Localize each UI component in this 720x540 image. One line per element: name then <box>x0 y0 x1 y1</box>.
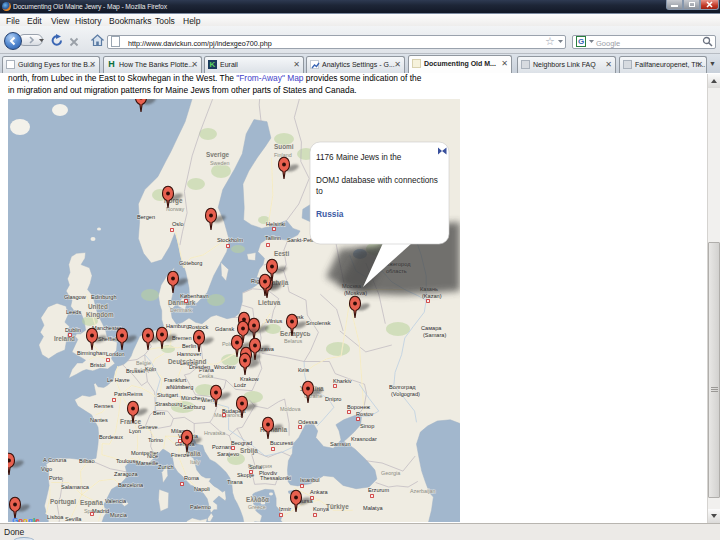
svg-text:Smolensk: Smolensk <box>306 320 331 326</box>
svg-text:Salamanca: Salamanca <box>61 484 90 490</box>
svg-text:Dublin: Dublin <box>65 327 81 333</box>
svg-text:Zurich: Zurich <box>158 464 174 470</box>
svg-text:Vilnius: Vilnius <box>266 318 283 324</box>
svg-text:Poznan: Poznan <box>212 444 231 450</box>
svg-text:Torino: Torino <box>148 437 163 443</box>
svg-text:Le Havre: Le Havre <box>107 377 130 383</box>
svg-text:Tirana: Tirana <box>227 479 244 485</box>
svg-text:Lisboa: Lisboa <box>47 514 64 520</box>
svg-text:A Coruna: A Coruna <box>43 457 67 463</box>
svg-text:Sevilla: Sevilla <box>65 516 82 522</box>
svg-text:Salzburg: Salzburg <box>183 404 205 410</box>
svg-text:Strasbourg: Strasbourg <box>155 401 182 407</box>
svg-text:Palermo: Palermo <box>190 504 211 510</box>
svg-text:Hrvatska: Hrvatska <box>204 430 225 436</box>
svg-text:Ceska: Ceska <box>198 373 213 379</box>
svg-text:Madrid: Madrid <box>92 508 109 514</box>
svg-text:Göteborg: Göteborg <box>179 260 202 266</box>
svg-text:Denmark: Denmark <box>170 307 192 313</box>
svg-text:(Volgograd): (Volgograd) <box>391 391 420 397</box>
svg-text:Berlin: Berlin <box>182 343 196 349</box>
svg-text:Marseille: Marseille <box>136 460 158 466</box>
svg-text:Rostov: Rostov <box>356 411 374 417</box>
svg-text:1176 Maine Jews in the: 1176 Maine Jews in the <box>316 153 402 162</box>
svg-text:Rennes: Rennes <box>94 403 113 409</box>
svg-text:Odessa: Odessa <box>298 419 318 425</box>
svg-text:Danmark: Danmark <box>168 299 196 306</box>
svg-text:Beograd: Beograd <box>231 440 252 446</box>
svg-text:Kharkiv: Kharkiv <box>333 378 352 384</box>
svg-text:Hamburg: Hamburg <box>166 323 189 329</box>
svg-text:DOMJ database with connections: DOMJ database with connections <box>316 176 438 185</box>
svg-text:Valencia: Valencia <box>105 498 127 504</box>
svg-text:Norway: Norway <box>166 206 185 212</box>
svg-text:Erzurum: Erzurum <box>368 487 389 493</box>
svg-text:Hannover: Hannover <box>177 351 201 357</box>
svg-text:Sverige: Sverige <box>206 151 230 159</box>
svg-text:Belarus: Belarus <box>284 338 303 344</box>
svg-text:Самара: Самара <box>421 325 442 331</box>
svg-text:Paris: Paris <box>114 391 127 397</box>
svg-text:to: to <box>316 187 323 196</box>
svg-text:Frankfurt: Frankfurt <box>164 377 187 383</box>
svg-text:Sarajevo: Sarajevo <box>217 451 239 457</box>
svg-text:United: United <box>88 303 108 310</box>
svg-text:Azerbaijan: Azerbaijan <box>410 488 435 494</box>
svg-text:Nürnberg: Nürnberg <box>170 384 193 390</box>
svg-text:Izmir: Izmir <box>279 506 291 512</box>
svg-text:Reims: Reims <box>127 391 143 397</box>
svg-text:Italy: Italy <box>190 459 200 465</box>
svg-text:Eλλάδα: Eλλάδα <box>246 496 269 503</box>
svg-text:Zaragoza: Zaragoza <box>114 471 139 477</box>
svg-text:Lodz: Lodz <box>234 382 246 388</box>
svg-text:Russia: Russia <box>316 209 344 219</box>
svg-text:Lietuva: Lietuva <box>258 299 281 306</box>
svg-text:Samsun: Samsun <box>330 441 351 447</box>
svg-text:Ankara: Ankara <box>310 489 329 495</box>
svg-text:Vigo: Vigo <box>41 466 52 472</box>
svg-text:Napoli: Napoli <box>194 486 210 492</box>
svg-text:Rostock: Rostock <box>188 324 208 330</box>
svg-text:Gdansk: Gdansk <box>215 326 234 332</box>
svg-text:Edinburgh: Edinburgh <box>91 294 117 300</box>
svg-text:Georgia: Georgia <box>381 470 400 476</box>
svg-text:Bergen: Bergen <box>137 214 155 220</box>
svg-text:Воронеж: Воронеж <box>347 404 370 410</box>
svg-text:Bucuresti: Bucuresti <box>270 440 293 446</box>
svg-text:Istanbul: Istanbul <box>300 477 320 483</box>
svg-text:Bristol: Bristol <box>90 362 106 368</box>
svg-text:Geneve: Geneve <box>138 424 158 430</box>
svg-text:Suomi: Suomi <box>274 143 294 150</box>
svg-text:(Kazan): (Kazan) <box>422 293 442 299</box>
svg-text:Greece: Greece <box>248 504 266 510</box>
svg-text:Brussel: Brussel <box>126 368 145 374</box>
svg-text:Plovdiv: Plovdiv <box>259 470 277 476</box>
svg-text:København: København <box>180 293 209 299</box>
svg-text:Firenze: Firenze <box>171 452 190 458</box>
svg-text:Wroclaw: Wroclaw <box>214 364 236 370</box>
svg-text:Google: Google <box>12 516 40 522</box>
svg-text:Murcia: Murcia <box>110 512 128 518</box>
svg-text:Kingdom: Kingdom <box>86 311 114 319</box>
svg-text:Ireland: Ireland <box>54 335 75 342</box>
svg-text:Беларусь: Беларусь <box>280 330 311 338</box>
svg-text:Srbija: Srbija <box>240 447 258 455</box>
svg-text:Glasgow: Glasgow <box>64 294 87 300</box>
svg-text:Bilbao: Bilbao <box>79 458 95 464</box>
svg-text:Dnipro: Dnipro <box>325 396 341 402</box>
svg-text:Київ: Київ <box>298 367 309 373</box>
svg-text:Tallinn: Tallinn <box>265 235 281 241</box>
svg-text:Portugal: Portugal <box>50 498 76 506</box>
svg-text:Helsinki: Helsinki <box>266 221 286 227</box>
svg-text:Sinop: Sinop <box>360 423 374 429</box>
svg-text:(Samara): (Samara) <box>423 332 446 338</box>
svg-text:Leeds: Leeds <box>66 309 81 315</box>
svg-text:Köln: Köln <box>145 366 156 372</box>
svg-text:Barcelona: Barcelona <box>118 482 144 488</box>
svg-text:Malatya: Malatya <box>363 505 383 511</box>
svg-text:Bern: Bern <box>153 410 165 416</box>
svg-text:Bordeaux: Bordeaux <box>99 434 123 440</box>
svg-text:Roma: Roma <box>184 475 200 481</box>
svg-text:Eesti: Eesti <box>274 250 289 257</box>
svg-text:Moldova: Moldova <box>280 406 300 412</box>
